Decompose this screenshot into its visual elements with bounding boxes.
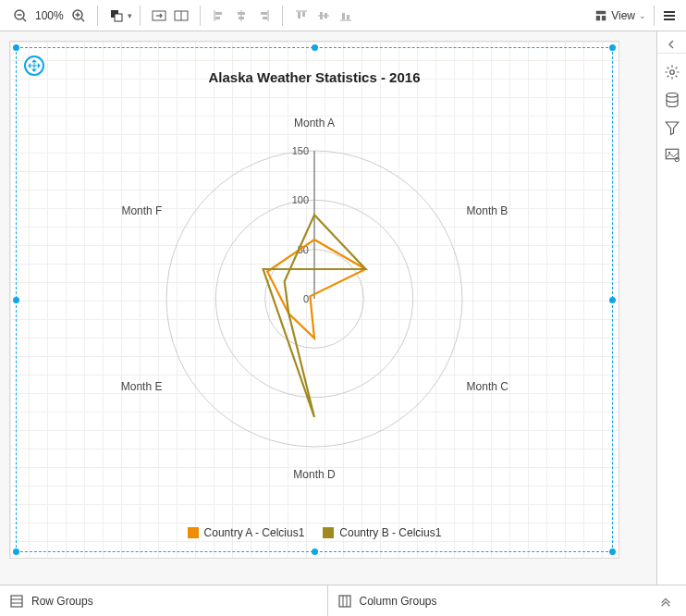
side-panel <box>656 31 686 585</box>
svg-rect-14 <box>215 12 222 15</box>
svg-rect-18 <box>239 17 244 19</box>
radar-chart: 050100150Month AMonth BMonth CMonth DMon… <box>74 95 555 502</box>
collapse-panel-button[interactable] <box>657 35 686 54</box>
svg-rect-59 <box>11 596 22 607</box>
svg-rect-21 <box>263 17 267 19</box>
svg-rect-32 <box>596 16 600 20</box>
resize-handle[interactable] <box>312 548 318 555</box>
chevron-down-icon: ⌄ <box>639 11 646 20</box>
zoom-level: 100% <box>31 9 67 22</box>
hamburger-menu-button[interactable] <box>656 5 682 27</box>
canvas-area[interactable]: Alaska Weather Statistics - 2016 0501001… <box>0 31 656 585</box>
legend-label: Country A - Celcius1 <box>204 526 305 539</box>
svg-point-38 <box>667 93 678 98</box>
data-button[interactable] <box>663 91 681 109</box>
svg-rect-20 <box>261 12 267 15</box>
svg-rect-24 <box>302 12 305 17</box>
separator <box>97 6 98 26</box>
svg-point-41 <box>668 152 669 154</box>
legend-swatch <box>323 527 334 538</box>
separator <box>140 6 141 26</box>
row-groups-panel[interactable]: Row Groups <box>0 585 327 616</box>
svg-text:Month D: Month D <box>293 468 336 481</box>
fill-color-button[interactable] <box>105 5 128 27</box>
separator <box>282 6 283 26</box>
legend-label: Country B - Celcius1 <box>339 526 441 539</box>
chevron-down-icon: ▾ <box>128 11 132 20</box>
svg-rect-26 <box>320 12 323 19</box>
chart-title: Alaska Weather Statistics - 2016 <box>10 69 619 85</box>
resize-handle[interactable] <box>13 44 19 51</box>
svg-rect-15 <box>215 17 220 19</box>
svg-rect-17 <box>238 12 245 15</box>
svg-rect-62 <box>339 596 350 607</box>
settings-button[interactable] <box>663 63 681 81</box>
align-top-button <box>290 5 312 27</box>
svg-text:Month B: Month B <box>467 204 508 217</box>
svg-text:0: 0 <box>303 293 309 304</box>
svg-rect-33 <box>602 16 606 20</box>
svg-text:150: 150 <box>292 145 309 156</box>
svg-rect-30 <box>347 15 349 19</box>
image-settings-button[interactable] <box>663 146 681 165</box>
legend-swatch <box>188 527 199 538</box>
svg-rect-23 <box>298 12 300 18</box>
svg-rect-31 <box>596 10 606 14</box>
separator <box>654 6 655 26</box>
bottom-panel: Row Groups Column Groups <box>0 585 686 616</box>
resize-handle[interactable] <box>13 297 19 303</box>
rows-icon <box>9 594 24 609</box>
align-right-button <box>252 5 275 27</box>
resize-handle[interactable] <box>609 44 616 51</box>
view-menu-button[interactable]: View ⌄ <box>589 5 652 27</box>
align-left-button <box>208 5 230 27</box>
align-middle-v-button <box>312 5 335 27</box>
svg-rect-8 <box>115 14 122 21</box>
columns-icon <box>337 594 352 609</box>
toolbar: 100% ▾ <box>0 0 686 31</box>
design-canvas[interactable]: Alaska Weather Statistics - 2016 0501001… <box>9 41 619 559</box>
resize-handle[interactable] <box>609 297 616 303</box>
svg-text:100: 100 <box>292 194 309 205</box>
zoom-out-button[interactable] <box>9 5 31 27</box>
align-center-h-button <box>230 5 252 27</box>
resize-handle[interactable] <box>13 548 19 555</box>
align-bottom-button <box>335 5 357 27</box>
merge-cells-button[interactable] <box>148 5 170 27</box>
svg-line-4 <box>81 18 84 21</box>
view-icon <box>594 9 607 22</box>
column-groups-panel[interactable]: Column Groups <box>327 585 655 616</box>
view-label: View <box>611 9 635 22</box>
svg-point-42 <box>675 157 680 162</box>
svg-line-1 <box>23 18 26 21</box>
column-groups-label: Column Groups <box>360 595 437 608</box>
svg-text:Month C: Month C <box>467 380 509 393</box>
svg-rect-29 <box>342 13 345 19</box>
svg-point-37 <box>669 70 674 75</box>
expand-panel-button[interactable] <box>655 590 677 612</box>
split-cells-button[interactable] <box>170 5 192 27</box>
filter-button[interactable] <box>663 118 681 137</box>
legend: Country A - Celcius1Country B - Celcius1 <box>10 526 619 539</box>
svg-text:Month F: Month F <box>121 204 162 217</box>
row-groups-label: Row Groups <box>31 595 93 608</box>
svg-text:Month A: Month A <box>294 117 335 129</box>
resize-handle[interactable] <box>312 44 318 51</box>
svg-text:Month E: Month E <box>121 380 163 393</box>
resize-handle[interactable] <box>609 548 616 555</box>
zoom-in-button[interactable] <box>67 5 90 27</box>
svg-rect-27 <box>325 13 327 18</box>
separator <box>200 6 201 26</box>
svg-marker-39 <box>666 122 679 135</box>
legend-item: Country B - Celcius1 <box>323 526 441 539</box>
legend-item: Country A - Celcius1 <box>188 526 305 539</box>
